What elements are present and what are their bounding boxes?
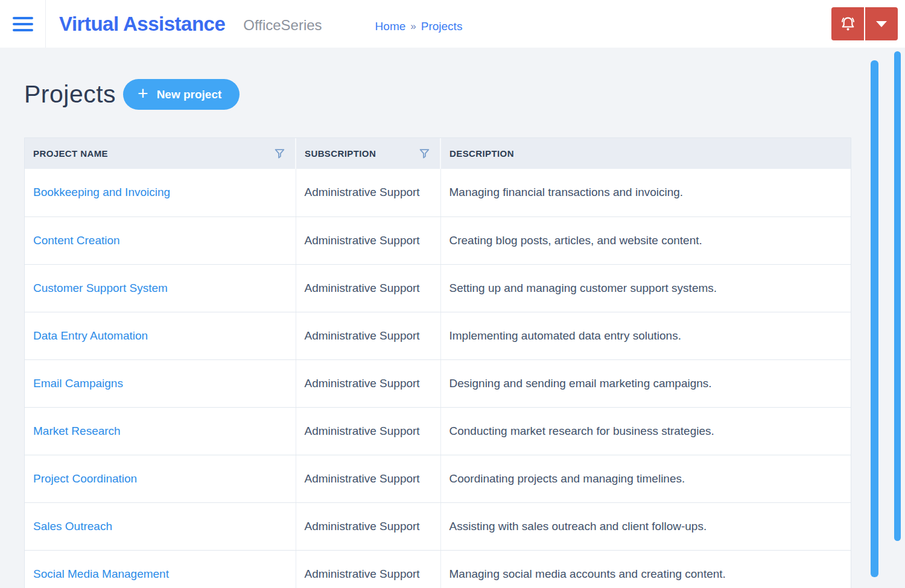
breadcrumb-separator: » <box>410 20 416 33</box>
project-link[interactable]: Market Research <box>33 425 121 437</box>
subscription-value: Administrative Support <box>305 520 420 533</box>
column-header-description: DESCRIPTION <box>440 138 851 169</box>
project-link[interactable]: Sales Outreach <box>33 520 112 533</box>
breadcrumb: Home » Projects <box>375 15 463 33</box>
table-row: Customer Support SystemAdministrative Su… <box>25 264 851 312</box>
breadcrumb-projects-link[interactable]: Projects <box>421 20 463 33</box>
topbar-actions <box>831 7 898 40</box>
table-row: Sales OutreachAdministrative SupportAssi… <box>25 502 851 550</box>
page-head: Projects + New project <box>24 79 905 110</box>
app-title[interactable]: Virtual Assistance <box>59 13 225 36</box>
project-link[interactable]: Customer Support System <box>33 282 168 294</box>
subscription-value: Administrative Support <box>305 567 420 580</box>
description-value: Implementing automated data entry soluti… <box>449 329 681 342</box>
description-value: Assisting with sales outreach and client… <box>449 520 707 533</box>
caret-down-icon <box>876 21 887 27</box>
table-row: Social Media ManagementAdministrative Su… <box>25 550 851 588</box>
filter-icon-subscription[interactable] <box>419 148 430 159</box>
project-link[interactable]: Email Campaigns <box>33 377 123 390</box>
table-row: Email CampaignsAdministrative SupportDes… <box>25 359 851 407</box>
project-link[interactable]: Bookkeeping and Invoicing <box>33 186 170 198</box>
projects-table: PROJECT NAME SUBSCRIPTION <box>24 138 851 588</box>
notifications-button[interactable] <box>831 7 864 40</box>
table-row: Bookkeeping and InvoicingAdministrative … <box>25 169 851 217</box>
table-header-row: PROJECT NAME SUBSCRIPTION <box>25 138 851 169</box>
top-bar: Virtual Assistance OfficeSeries Home » P… <box>0 0 905 48</box>
description-value: Conducting market research for business … <box>449 425 714 437</box>
description-value: Designing and sending email marketing ca… <box>449 377 712 390</box>
project-link[interactable]: Content Creation <box>33 234 120 247</box>
bell-icon <box>839 14 857 33</box>
hamburger-icon <box>13 17 33 31</box>
app-subtitle: OfficeSeries <box>243 14 322 34</box>
account-dropdown-button[interactable] <box>865 7 898 40</box>
description-value: Coordinating projects and managing timel… <box>449 472 685 485</box>
subscription-value: Administrative Support <box>305 329 420 342</box>
column-header-subscription: SUBSCRIPTION <box>296 138 440 169</box>
page-title: Projects <box>24 80 116 109</box>
inner-scrollbar-thumb[interactable] <box>871 60 878 577</box>
description-value: Creating blog posts, articles, and websi… <box>449 234 702 247</box>
description-value: Managing financial transactions and invo… <box>449 186 684 198</box>
filter-icon-project-name[interactable] <box>274 148 285 159</box>
table-row: Market ResearchAdministrative SupportCon… <box>25 407 851 455</box>
project-link[interactable]: Social Media Management <box>33 567 169 580</box>
plus-icon: + <box>138 84 148 105</box>
new-project-label: New project <box>157 88 222 101</box>
column-header-project-name: PROJECT NAME <box>25 138 296 169</box>
table-row: Project CoordinationAdministrative Suppo… <box>25 455 851 502</box>
description-value: Managing social media accounts and creat… <box>449 567 726 580</box>
menu-button[interactable] <box>0 0 46 48</box>
page-scrollbar-thumb[interactable] <box>894 51 901 541</box>
subscription-value: Administrative Support <box>305 377 420 390</box>
breadcrumb-home-link[interactable]: Home <box>375 20 406 33</box>
column-label: SUBSCRIPTION <box>305 148 376 159</box>
column-label: DESCRIPTION <box>449 148 514 159</box>
new-project-button[interactable]: + New project <box>123 79 240 110</box>
description-value: Setting up and managing customer support… <box>449 282 717 294</box>
project-link[interactable]: Project Coordination <box>33 472 137 485</box>
table-row: Data Entry AutomationAdministrative Supp… <box>25 312 851 359</box>
subscription-value: Administrative Support <box>305 472 420 485</box>
subscription-value: Administrative Support <box>305 282 420 294</box>
table-body: Bookkeeping and InvoicingAdministrative … <box>25 169 851 588</box>
project-link[interactable]: Data Entry Automation <box>33 329 148 342</box>
table-row: Content CreationAdministrative SupportCr… <box>25 217 851 264</box>
subscription-value: Administrative Support <box>305 186 420 198</box>
subscription-value: Administrative Support <box>305 234 420 247</box>
subscription-value: Administrative Support <box>305 425 420 437</box>
column-label: PROJECT NAME <box>33 148 108 159</box>
